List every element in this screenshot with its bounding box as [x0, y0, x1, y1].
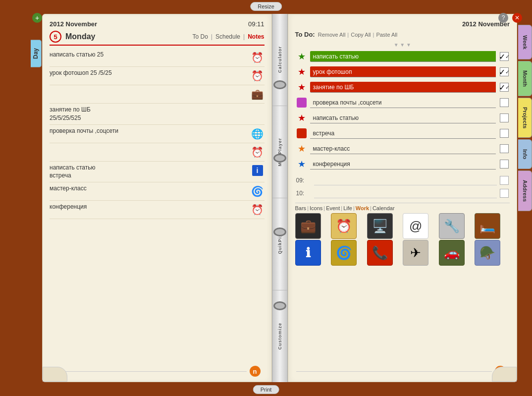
- todo-checkbox[interactable]: [500, 113, 509, 122]
- todo-checkbox[interactable]: [500, 160, 509, 169]
- time-slot-10: 10:: [295, 187, 510, 200]
- todo-text[interactable]: проверка почты ,соцсети: [310, 97, 496, 108]
- list-item: проверка почты ,соцсети 🌐: [50, 125, 265, 143]
- calculator-tool[interactable]: Calculator: [272, 14, 287, 106]
- left-page-header: 2012 November 09:11: [50, 20, 265, 28]
- todo-checkbox[interactable]: [500, 98, 509, 107]
- tab-calendar[interactable]: Calendar: [372, 205, 395, 211]
- list-item: написать статью 25 ⏰: [50, 49, 265, 67]
- resize-bar[interactable]: Resize: [250, 2, 282, 11]
- star-icon: ★: [296, 51, 307, 62]
- schedule-list: написать статью 25 ⏰ урок фотошоп 25 /5/…: [50, 49, 265, 219]
- todo-item: ★ конференция: [295, 157, 510, 171]
- sidebar-item-address[interactable]: Address: [518, 170, 532, 211]
- todo-item: встреча: [295, 126, 510, 140]
- icon-bed[interactable]: 🛏️: [475, 213, 500, 239]
- time-slots: 09: 10:: [295, 174, 510, 200]
- icon-helmet[interactable]: 🪖: [475, 240, 500, 266]
- icon-grid: 💼 ⏰ 🖥️ @ 🔧 🛏️ ℹ 🌀 📞 ✈ 🚗 🪖: [295, 213, 510, 266]
- alarm-icon: ⏰: [251, 145, 265, 159]
- star-icon: ★: [296, 113, 307, 123]
- arrow-decoration: ▼ ▼ ▼: [295, 42, 510, 48]
- todo-text[interactable]: конференция: [310, 159, 496, 170]
- icon-swirl[interactable]: 🌀: [331, 240, 357, 266]
- time-slot-09: 09:: [295, 174, 510, 187]
- todo-item: ★ урок фотошоп ✓: [295, 65, 510, 79]
- icon-info[interactable]: ℹ: [295, 240, 321, 266]
- todo-item: ★ мастер-класс: [295, 142, 510, 156]
- remove-all-button[interactable]: Remove All: [318, 32, 346, 38]
- copy-all-button[interactable]: Copy All: [351, 32, 371, 38]
- todo-text[interactable]: занятие по ШБ: [310, 82, 496, 93]
- icon-plane[interactable]: ✈: [403, 240, 428, 266]
- nav-todo[interactable]: To Do: [193, 33, 208, 40]
- sidebar-item-week[interactable]: Week: [518, 25, 532, 59]
- quikpix-tool[interactable]: QuikPix: [272, 198, 287, 290]
- todo-checkbox[interactable]: ✓: [500, 83, 509, 92]
- alarm-icon: ⏰: [251, 51, 265, 64]
- tab-event[interactable]: Event: [326, 205, 340, 211]
- icon-at[interactable]: @: [403, 213, 428, 239]
- ring-1: [273, 80, 286, 89]
- help-button[interactable]: ?: [498, 13, 508, 23]
- list-item: ⏰: [50, 143, 265, 162]
- star-icon: ★: [296, 143, 307, 154]
- day-nav: To Do | Schedule | Notes: [193, 33, 265, 40]
- todo-checkbox[interactable]: ✓: [500, 67, 509, 76]
- alarm-icon: ⏰: [251, 203, 265, 217]
- sidebar-item-info[interactable]: Info: [518, 139, 532, 169]
- icon-briefcase[interactable]: 💼: [295, 213, 321, 239]
- sidebar-item-day[interactable]: Day: [31, 40, 42, 67]
- todo-checkbox[interactable]: [500, 144, 509, 153]
- add-button[interactable]: +: [32, 13, 42, 23]
- todo-text[interactable]: написать статью: [310, 113, 496, 123]
- todo-text[interactable]: урок фотошоп: [310, 66, 496, 77]
- sidebar-item-projects[interactable]: Projects: [518, 98, 532, 138]
- todo-text[interactable]: написать статью: [310, 51, 496, 62]
- ring-4: [273, 301, 286, 310]
- ring-2: [273, 154, 286, 163]
- sidebar-item-month[interactable]: Month: [518, 61, 532, 96]
- left-page-date: 2012 November: [50, 20, 97, 28]
- todo-text[interactable]: мастер-класс: [310, 143, 496, 154]
- time-checkbox[interactable]: [500, 176, 509, 185]
- todo-list: ★ написать статью ✓ ★ урок фотошоп ✓: [295, 50, 510, 171]
- tab-work[interactable]: Work: [356, 205, 369, 211]
- todo-text[interactable]: встреча: [310, 128, 496, 139]
- icon-bar-tabs: Bars | Icons | Event | Life | Work | Cal…: [295, 205, 510, 211]
- mp3player-tool[interactable]: Mp3 Player: [272, 106, 287, 198]
- icon-phone[interactable]: 📞: [367, 240, 393, 266]
- day-header: 5 Monday To Do | Schedule | Notes: [50, 31, 265, 46]
- icon-monitor[interactable]: 🖥️: [367, 213, 393, 239]
- todo-item: ★ написать статью ✓: [295, 50, 510, 63]
- time-checkbox[interactable]: [500, 189, 509, 198]
- list-item: урок фотошоп 25 /5/25 ⏰: [50, 67, 265, 85]
- icon-clock[interactable]: ⏰: [331, 213, 357, 239]
- todo-actions: Remove All | Copy All | Paste All: [318, 32, 398, 38]
- paste-all-button[interactable]: Paste All: [376, 32, 397, 38]
- nav-schedule[interactable]: Schedule: [215, 33, 240, 40]
- tab-icons[interactable]: Icons: [310, 205, 322, 211]
- close-button[interactable]: ✕: [512, 13, 522, 23]
- list-item: 💼: [50, 85, 265, 104]
- print-label: Print: [261, 387, 272, 393]
- page-fold-right: [492, 367, 517, 382]
- star-icon: ★: [296, 82, 307, 93]
- todo-label: To Do:: [295, 31, 315, 38]
- nav-notes[interactable]: Notes: [248, 33, 264, 40]
- red-square-icon: [296, 128, 307, 139]
- right-page-header: 2012 November: [295, 20, 510, 28]
- todo-header: To Do: Remove All | Copy All | Paste All: [295, 31, 510, 38]
- tab-bars[interactable]: Bars: [295, 205, 307, 211]
- icon-bars: Bars | Icons | Event | Life | Work | Cal…: [295, 203, 510, 266]
- todo-item: ★ написать статью: [295, 111, 510, 125]
- print-bar[interactable]: Print: [253, 385, 279, 394]
- todo-checkbox[interactable]: [500, 129, 509, 138]
- icon-car[interactable]: 🚗: [439, 240, 465, 266]
- icon-wrench[interactable]: 🔧: [439, 213, 465, 239]
- right-page-bottom: n: [288, 366, 517, 377]
- purple-square-icon: [296, 97, 307, 108]
- todo-checkbox[interactable]: ✓: [500, 52, 509, 61]
- ring-3: [273, 227, 286, 236]
- tab-life[interactable]: Life: [343, 205, 352, 211]
